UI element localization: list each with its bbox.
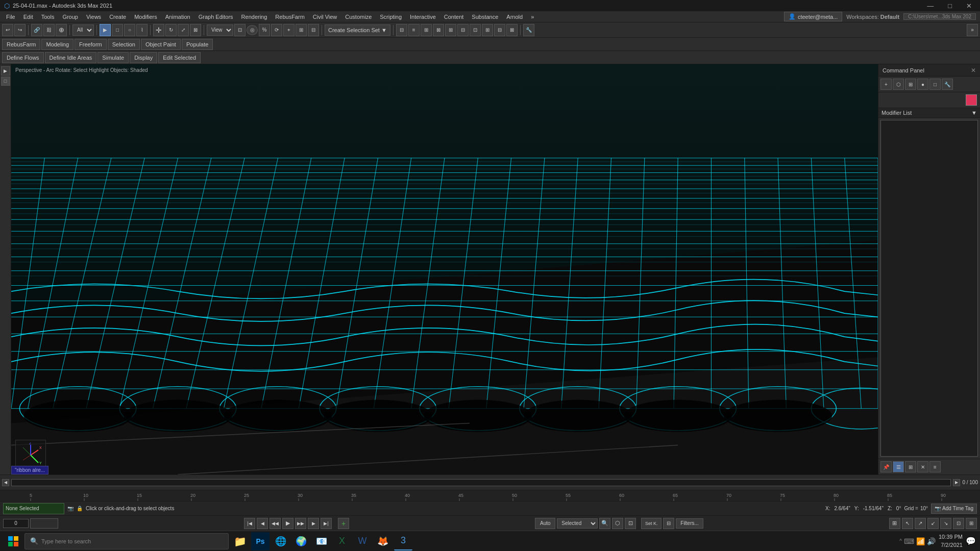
- redo-button[interactable]: ↪: [14, 24, 26, 36]
- select-button[interactable]: ▶: [100, 24, 111, 36]
- filters-button[interactable]: Filters...: [676, 518, 703, 529]
- key-frame-area[interactable]: [30, 518, 58, 529]
- extras-button[interactable]: »: [967, 24, 978, 36]
- snap-angle-button[interactable]: ◎: [247, 25, 258, 35]
- unlink-button[interactable]: ⛓: [43, 24, 55, 36]
- utilities-panel-button[interactable]: 🔧: [942, 79, 953, 90]
- select-region-button[interactable]: □: [112, 24, 123, 36]
- next-key-button[interactable]: ▶▶: [295, 518, 306, 529]
- add-time-tag-button[interactable]: 📷 Add Time Tag: [931, 504, 977, 514]
- define-idle-areas-button[interactable]: Define Idle Areas: [45, 52, 97, 63]
- undo-button[interactable]: ↩: [2, 24, 13, 36]
- sidebar-view-button[interactable]: □: [1, 77, 10, 86]
- minimize-button[interactable]: —: [923, 1, 938, 11]
- frame-number-input[interactable]: [3, 519, 29, 528]
- viewport-nav-5[interactable]: ⊡: [953, 518, 964, 529]
- align-button[interactable]: ⊟: [308, 24, 319, 36]
- timeline-slider[interactable]: [11, 479, 951, 486]
- modifier-list-dropdown-arrow[interactable]: ▼: [971, 110, 977, 116]
- menu-arnold[interactable]: Arnold: [502, 13, 527, 21]
- misc-transport-1[interactable]: ⊟: [663, 518, 674, 529]
- snap-percent-button[interactable]: %: [259, 24, 270, 36]
- command-panel-close-button[interactable]: ✕: [971, 67, 976, 74]
- key-mode-button[interactable]: ⬡: [612, 518, 623, 529]
- pin-stack-button[interactable]: 📌: [880, 461, 892, 472]
- tab-selection[interactable]: Selection: [108, 39, 140, 50]
- add-key-button[interactable]: +: [338, 518, 349, 529]
- menu-more[interactable]: »: [527, 13, 538, 21]
- layer-btn-5[interactable]: ⊞: [445, 24, 456, 36]
- move-button[interactable]: ✛: [153, 24, 164, 36]
- layer-btn-8[interactable]: ⊞: [482, 24, 493, 36]
- mirror-button[interactable]: ⊞: [296, 24, 307, 36]
- taskbar-3dsmax[interactable]: 3: [394, 532, 412, 550]
- auto-key-button[interactable]: Auto: [535, 518, 555, 529]
- menu-rendering[interactable]: Rendering: [237, 13, 272, 21]
- menu-graph-editors[interactable]: Graph Editors: [194, 13, 237, 21]
- layer-btn-6[interactable]: ⊟: [457, 24, 469, 36]
- tab-freeform[interactable]: Freeform: [75, 39, 107, 50]
- taskbar-firefox[interactable]: 🦊: [374, 532, 392, 550]
- define-flows-button[interactable]: Define Flows: [2, 52, 44, 63]
- timeline-prev-button[interactable]: ◀: [2, 479, 9, 486]
- tray-chevron[interactable]: ^: [899, 538, 902, 544]
- menu-modifiers[interactable]: Modifiers: [130, 13, 161, 21]
- layer-btn-10[interactable]: ⊠: [506, 24, 518, 36]
- menu-file[interactable]: File: [2, 13, 19, 21]
- maximize-button[interactable]: □: [944, 1, 956, 11]
- menu-create[interactable]: Create: [105, 13, 130, 21]
- viewport-nav-1[interactable]: ↖: [902, 518, 913, 529]
- rotate-button[interactable]: ↻: [165, 24, 177, 36]
- layer-btn-9[interactable]: ⊟: [494, 24, 505, 36]
- make-unique-button[interactable]: ≡: [929, 461, 941, 472]
- prev-frame-button[interactable]: ◀: [257, 518, 268, 529]
- scale-uniform-button[interactable]: ⊠: [190, 24, 201, 36]
- snap-spin-button[interactable]: ⟳: [271, 24, 282, 36]
- system-clock[interactable]: 10:39 PM 7/2/2021: [939, 533, 963, 549]
- menu-customize[interactable]: Customize: [341, 13, 376, 21]
- menu-scripting[interactable]: Scripting: [376, 13, 406, 21]
- goto-start-button[interactable]: |◀: [244, 518, 255, 529]
- menu-group[interactable]: Group: [58, 13, 82, 21]
- start-button[interactable]: [4, 532, 22, 550]
- search-keys-button[interactable]: 🔍: [599, 518, 610, 529]
- menu-tools[interactable]: Tools: [37, 13, 59, 21]
- display-panel-button[interactable]: □: [929, 79, 941, 90]
- taskbar-excel[interactable]: X: [333, 532, 351, 550]
- viewport-config-button[interactable]: ⊞: [889, 518, 900, 529]
- delete-modifier-button[interactable]: ✕: [917, 461, 928, 472]
- create-selection-set-button[interactable]: Create Selection Set ▼: [325, 24, 390, 36]
- snap-toggle-button[interactable]: ⊡: [234, 24, 246, 36]
- taskbar-word[interactable]: W: [353, 532, 372, 550]
- tab-rebusfarm[interactable]: RebusFarm: [2, 39, 40, 50]
- selected-dropdown[interactable]: Selected: [557, 518, 598, 529]
- menu-substance[interactable]: Substance: [468, 13, 502, 21]
- tab-modeling[interactable]: Modeling: [41, 39, 74, 50]
- viewport-nav-4[interactable]: ↘: [940, 518, 951, 529]
- goto-end-button[interactable]: ▶|: [321, 518, 332, 529]
- display-button[interactable]: Display: [130, 52, 157, 63]
- menu-civil-view[interactable]: Civil View: [309, 13, 341, 21]
- layer-btn-7[interactable]: ⊡: [470, 24, 481, 36]
- misc-btn-1[interactable]: 🔧: [523, 24, 534, 36]
- bind-button[interactable]: ⊕: [56, 24, 67, 36]
- selection-filter-dropdown[interactable]: All: [72, 24, 94, 36]
- menu-views[interactable]: Views: [82, 13, 105, 21]
- select-lasso-button[interactable]: ⌇: [136, 24, 148, 36]
- menu-content[interactable]: Content: [440, 13, 468, 21]
- set-key-button[interactable]: Set K.: [641, 518, 662, 529]
- viewport-nav-3[interactable]: ↙: [927, 518, 939, 529]
- snap-cursor-button[interactable]: ⌖: [283, 24, 295, 36]
- taskbar-ie[interactable]: 🌍: [292, 532, 310, 550]
- close-button[interactable]: ✕: [962, 1, 976, 11]
- play-button[interactable]: ▶: [282, 518, 293, 529]
- show-all-button[interactable]: ☰: [893, 461, 904, 472]
- configure-button[interactable]: ⊞: [905, 461, 916, 472]
- taskbar-photoshop[interactable]: Ps: [251, 532, 270, 550]
- timeline-next-button[interactable]: ▶: [953, 479, 960, 486]
- search-bar[interactable]: 🔍 Type here to search: [24, 533, 229, 549]
- viewport-nav-2[interactable]: ↗: [915, 518, 926, 529]
- taskbar-explorer[interactable]: 📁: [231, 532, 249, 550]
- menu-interactive[interactable]: Interactive: [406, 13, 440, 21]
- notification-button[interactable]: 💬: [966, 536, 976, 546]
